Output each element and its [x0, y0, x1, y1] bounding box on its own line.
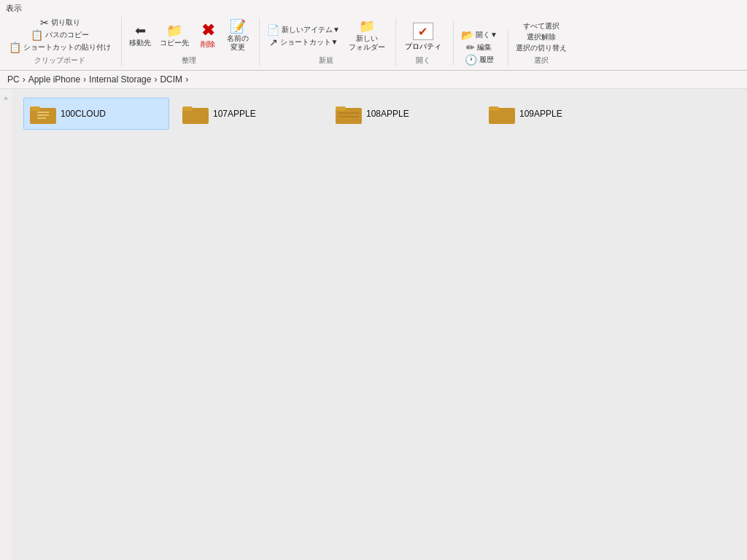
paste-shortcut-icon: 📋	[9, 42, 21, 52]
new-group-label: 新規	[264, 55, 388, 66]
breadcrumb-storage[interactable]: Internal Storage	[89, 74, 151, 85]
delete-button[interactable]: ✖ 削除	[195, 21, 221, 50]
folder-icon-107apple	[182, 103, 209, 125]
shortcut-label: ショートカット▼	[280, 38, 338, 47]
explorer-window: 表示 ✂ 切り取り 📋 パスのコピー	[0, 0, 747, 560]
ribbon-groups: ✂ 切り取り 📋 パスのコピー 📋 ショートカットの貼り付け クリップ	[6, 17, 741, 66]
copy-path-label: パスのコピー	[45, 31, 89, 39]
move-to-button[interactable]: ⬅ 移動先	[126, 23, 154, 49]
copy-to-icon: 📁	[166, 24, 182, 37]
cut-icon: ✂	[40, 18, 49, 28]
folder-icon-108apple	[336, 103, 362, 125]
folder-107apple[interactable]: 107APPLE	[177, 98, 322, 130]
rename-button[interactable]: 📝 名前の 変更	[224, 18, 252, 53]
checkmark-icon: ✔	[418, 25, 427, 39]
new-folder-icon: 📁	[359, 20, 375, 33]
ribbon: 表示 ✂ 切り取り 📋 パスのコピー	[0, 0, 747, 71]
folder-name-108apple: 108APPLE	[366, 109, 409, 119]
copy-path-button[interactable]: 📋 パスのコピー	[6, 29, 114, 41]
select-all-label: すべて選択	[523, 22, 560, 31]
organize-group: ⬅ 移動先 📁 コピー先 ✖ 削除 📝 名前の 変更	[126, 18, 260, 66]
folder-name-109apple: 109APPLE	[519, 109, 562, 119]
new-item-button[interactable]: 📄 新しいアイテム▼	[264, 24, 343, 36]
folder-name-107apple: 107APPLE	[213, 109, 256, 119]
select-buttons: すべて選択 選択解除 選択の切り替え	[513, 21, 570, 53]
open-buttons: 📂 開く▼ ✏ 編集 🕐 履歴	[458, 29, 500, 66]
cut-button[interactable]: ✂ 切り取り	[6, 17, 114, 28]
property-checkbox-icon: ✔	[413, 23, 433, 40]
folder-icon-109apple	[489, 103, 515, 125]
select-group: すべて選択 選択解除 選択の切り替え 選択	[513, 21, 577, 66]
delete-label: 削除	[201, 40, 215, 49]
cut-label: 切り取り	[51, 18, 80, 27]
paste-shortcut-button[interactable]: 📋 ショートカットの貼り付け	[6, 42, 114, 53]
folder-108apple[interactable]: 108APPLE	[330, 98, 476, 130]
deselect-label: 選択解除	[527, 33, 556, 42]
new-folder-button[interactable]: 📁 新しい フォルダー	[346, 18, 388, 53]
breadcrumb-sep-3: ›	[154, 74, 157, 85]
main-area: ^ 100CLOUD	[0, 89, 747, 560]
copy-to-label: コピー先	[160, 39, 189, 47]
invert-select-label: 選択の切り替え	[516, 44, 567, 52]
property-group: ✔ プロパティ 開く	[400, 21, 454, 66]
open-group-label: 開く	[400, 55, 446, 66]
history-button[interactable]: 🕐 履歴	[458, 54, 500, 66]
open-col: 📂 開く▼ ✏ 編集 🕐 履歴	[458, 29, 500, 66]
new-group: 📄 新しいアイテム▼ ↗ ショートカット▼ 📁 新しい フォルダー 新規	[264, 18, 396, 66]
open-icon: 📂	[461, 30, 473, 40]
clipboard-col: ✂ 切り取り 📋 パスのコピー 📋 ショートカットの貼り付け	[6, 17, 114, 53]
open-label: 開く▼	[476, 31, 498, 39]
breadcrumb-dcim[interactable]: DCIM	[160, 74, 182, 85]
breadcrumb-bar: PC › Apple iPhone › Internal Storage › D…	[0, 71, 747, 89]
breadcrumb-iphone[interactable]: Apple iPhone	[28, 74, 80, 85]
new-buttons: 📄 新しいアイテム▼ ↗ ショートカット▼ 📁 新しい フォルダー	[264, 18, 388, 53]
clipboard-group-label: クリップボード	[6, 55, 114, 66]
select-group-label: 選択	[513, 55, 570, 66]
edit-button[interactable]: ✏ 編集	[458, 42, 500, 53]
menu-view[interactable]: 表示	[6, 3, 22, 14]
copy-path-icon: 📋	[31, 30, 43, 40]
clipboard-group: ✂ 切り取り 📋 パスのコピー 📋 ショートカットの貼り付け クリップ	[6, 17, 122, 66]
folder-icon-100cloud	[30, 103, 56, 125]
folder-name-100cloud: 100CLOUD	[61, 109, 106, 119]
new-item-label: 新しいアイテム▼	[282, 26, 340, 34]
select-all-button[interactable]: すべて選択	[513, 21, 570, 31]
history-label: 履歴	[479, 55, 494, 64]
new-item-icon: 📄	[267, 25, 279, 35]
property-button[interactable]: ✔ プロパティ	[400, 21, 446, 53]
breadcrumb-sep-2: ›	[83, 74, 86, 85]
folder-100cloud[interactable]: 100CLOUD	[23, 98, 169, 130]
move-to-icon: ⬅	[135, 24, 146, 37]
move-to-label: 移動先	[129, 39, 151, 47]
rename-icon: 📝	[230, 20, 246, 33]
organize-buttons: ⬅ 移動先 📁 コピー先 ✖ 削除 📝 名前の 変更	[126, 18, 252, 53]
property-buttons: ✔ プロパティ	[400, 21, 446, 53]
copy-to-button[interactable]: 📁 コピー先	[157, 23, 192, 49]
folder-109apple[interactable]: 109APPLE	[483, 98, 629, 130]
shortcut-icon: ↗	[269, 37, 278, 47]
ribbon-menu: 表示	[6, 3, 741, 14]
invert-select-button[interactable]: 選択の切り替え	[513, 43, 570, 53]
edit-label: 編集	[477, 43, 492, 52]
open-button[interactable]: 📂 開く▼	[458, 29, 500, 41]
scroll-up-indicator: ^	[0, 89, 12, 560]
svg-rect-8	[336, 106, 346, 111]
select-col: すべて選択 選択解除 選択の切り替え	[513, 21, 570, 53]
edit-icon: ✏	[466, 42, 475, 52]
rename-label: 名前の 変更	[227, 34, 249, 52]
breadcrumb-pc[interactable]: PC	[7, 74, 20, 85]
property-label: プロパティ	[405, 42, 441, 52]
open-group: 📂 開く▼ ✏ 編集 🕐 履歴	[458, 29, 508, 66]
svg-rect-6	[182, 106, 193, 111]
breadcrumb-sep-1: ›	[23, 74, 26, 85]
svg-rect-12	[489, 106, 499, 111]
delete-icon: ✖	[201, 23, 214, 39]
shortcut-button[interactable]: ↗ ショートカット▼	[264, 36, 343, 48]
file-area: 100CLOUD 107APPLE	[12, 89, 747, 560]
new-folder-label: 新しい フォルダー	[349, 34, 385, 52]
history-icon: 🕐	[465, 55, 477, 65]
breadcrumb-sep-4: ›	[185, 74, 188, 85]
svg-rect-1	[30, 106, 40, 111]
organize-group-label: 整理	[126, 55, 252, 66]
deselect-button[interactable]: 選択解除	[513, 32, 570, 42]
